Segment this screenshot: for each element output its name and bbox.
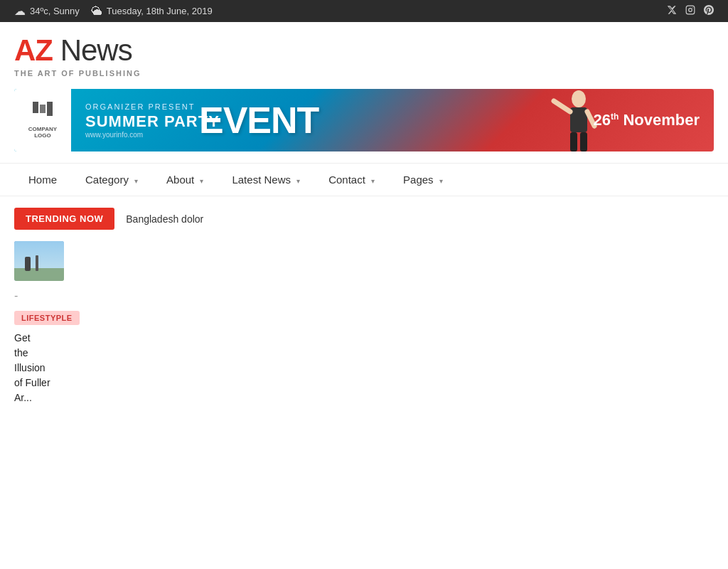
date-info: 🌥 Tuesday, 18th June, 2019 <box>91 5 213 18</box>
date-text: Tuesday, 18th June, 2019 <box>107 6 213 16</box>
header: AZ News THE ART OF PUBLISHING <box>0 22 728 83</box>
nav-menu: Home Category ▾ About ▾ Latest News ▾ Co… <box>14 164 714 196</box>
thumb-stand <box>36 255 38 271</box>
company-logo-icon <box>28 102 57 123</box>
banner-logo: COMPANY LOGO <box>14 89 71 151</box>
nav-item-about[interactable]: About ▾ <box>152 164 218 196</box>
category-dropdown-arrow: ▾ <box>134 177 138 185</box>
nav-link-category[interactable]: Category ▾ <box>71 164 152 196</box>
article-section: LIFESTYPLE Get the Illusion of Fuller Ar… <box>0 305 728 411</box>
twitter-icon[interactable] <box>667 5 677 17</box>
logo-news: News <box>53 33 132 67</box>
trending-badge: TRENDING NOW <box>14 208 114 230</box>
banner-organizer: ORGANIZER PRESENT <box>85 102 700 111</box>
thumb-sky <box>14 241 64 270</box>
nav-link-about[interactable]: About ▾ <box>152 164 218 196</box>
logo-az: AZ <box>14 33 53 67</box>
pinterest-icon[interactable] <box>704 5 714 17</box>
nav-link-contact[interactable]: Contact ▾ <box>314 164 389 196</box>
weather-icon: ☁ <box>14 4 26 18</box>
svg-point-2 <box>692 7 693 8</box>
trending-text: Bangladesh dolor <box>126 213 203 225</box>
latest-news-dropdown-arrow: ▾ <box>296 177 300 185</box>
svg-rect-0 <box>686 6 695 14</box>
about-dropdown-arrow: ▾ <box>200 177 203 185</box>
banner-event: EVENT <box>199 99 318 142</box>
weather-text: 34ºc, Sunny <box>30 6 80 16</box>
category-badge[interactable]: LIFESTYPLE <box>14 311 80 325</box>
nav-item-category[interactable]: Category ▾ <box>71 164 152 196</box>
banner-date: 26th November <box>593 111 700 129</box>
logo-container[interactable]: AZ News THE ART OF PUBLISHING <box>14 33 141 78</box>
svg-point-3 <box>572 90 586 107</box>
nav-item-contact[interactable]: Contact ▾ <box>314 164 389 196</box>
top-bar: ☁ 34ºc, Sunny 🌥 Tuesday, 18th June, 2019 <box>0 0 728 22</box>
instagram-icon[interactable] <box>685 5 695 17</box>
banner: COMPANY LOGO ORGANIZER PRESENT SUMMER PA… <box>14 89 714 151</box>
svg-rect-4 <box>570 107 587 132</box>
banner-url: www.yourinfo.com <box>85 131 700 139</box>
weather-info: ☁ 34ºc, Sunny <box>14 4 80 18</box>
article-thumb-area <box>0 235 728 287</box>
thumb-person <box>25 257 31 271</box>
svg-rect-8 <box>580 132 587 151</box>
svg-point-1 <box>689 9 692 12</box>
cloud-icon: 🌥 <box>91 5 102 18</box>
nav-item-latest-news[interactable]: Latest News ▾ <box>218 164 314 196</box>
nav-link-latest-news[interactable]: Latest News ▾ <box>218 164 314 196</box>
contact-dropdown-arrow: ▾ <box>371 177 375 185</box>
nav-item-pages[interactable]: Pages ▾ <box>389 164 457 196</box>
social-icons <box>667 5 714 17</box>
logo-tagline: THE ART OF PUBLISHING <box>14 69 141 78</box>
trending-bar: TRENDING NOW Bangladesh dolor <box>0 196 728 235</box>
navigation: Home Category ▾ About ▾ Latest News ▾ Co… <box>0 163 728 196</box>
logo-text: AZ News <box>14 33 141 68</box>
nav-link-pages[interactable]: Pages ▾ <box>389 164 457 196</box>
top-bar-left: ☁ 34ºc, Sunny 🌥 Tuesday, 18th June, 2019 <box>14 4 213 18</box>
thumb-ground <box>14 268 64 281</box>
pages-dropdown-arrow: ▾ <box>439 177 443 185</box>
article-thumbnail[interactable] <box>14 241 64 281</box>
svg-line-5 <box>554 101 570 112</box>
article-title[interactable]: Get the Illusion of Fuller Ar... <box>14 331 78 405</box>
svg-rect-7 <box>570 132 577 151</box>
nav-item-home[interactable]: Home <box>14 164 71 196</box>
dash-separator: - <box>0 287 728 305</box>
nav-link-home[interactable]: Home <box>14 164 71 196</box>
company-logo-text: COMPANY LOGO <box>20 126 65 139</box>
